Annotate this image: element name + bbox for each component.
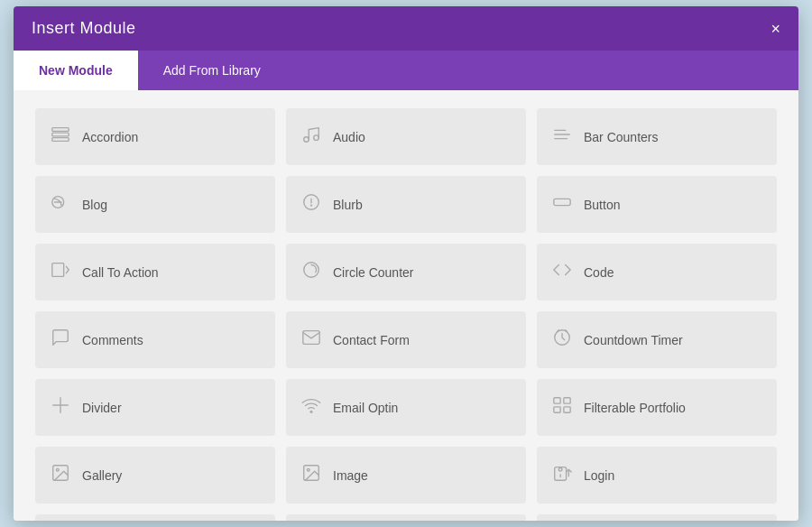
module-item-countdown-timer[interactable]: Countdown Timer [537,311,777,368]
module-item-blurb[interactable]: Blurb [286,176,526,233]
button-icon [551,192,573,217]
circle-counter-icon [300,260,322,284]
svg-rect-2 [52,138,69,142]
module-label-countdown-timer: Countdown Timer [584,333,683,347]
svg-point-4 [314,135,319,141]
svg-rect-13 [52,264,64,277]
module-label-email-optin: Email Optin [333,401,398,415]
module-label-contact-form: Contact Form [333,333,410,347]
module-label-bar-counters: Bar Counters [584,130,658,144]
filterable-portfolio-icon [551,395,573,420]
module-label-divider: Divider [82,401,122,415]
modal-close-button[interactable]: × [770,21,780,37]
module-item-bar-counters[interactable]: Bar Counters [537,108,777,165]
module-item-login[interactable]: Login [537,447,777,504]
module-label-gallery: Gallery [82,468,122,483]
module-label-blog: Blog [82,198,107,212]
svg-point-28 [558,468,562,472]
modal-title: Insert Module [32,19,136,38]
module-item-map[interactable]: Map [35,514,275,521]
call-to-action-icon [50,260,71,284]
module-item-audio[interactable]: Audio [286,108,526,165]
svg-point-3 [304,137,309,143]
module-label-audio: Audio [333,130,365,144]
svg-point-18 [310,411,312,412]
module-item-code[interactable]: Code [537,244,777,300]
module-label-filterable-portfolio: Filterable Portfolio [584,401,686,415]
module-label-accordion: Accordion [82,130,138,144]
svg-rect-0 [52,128,69,132]
svg-rect-27 [555,467,567,481]
svg-point-11 [311,205,312,206]
modal-header: Insert Module × [14,6,798,51]
module-item-image[interactable]: Image [286,447,526,504]
countdown-timer-icon [551,328,573,352]
module-item-circle-counter[interactable]: Circle Counter [286,244,526,300]
module-item-call-to-action[interactable]: Call To Action [35,244,275,300]
svg-rect-21 [554,407,560,412]
tab-add-from-library[interactable]: Add From Library [138,51,286,90]
modal-body: AccordionAudioBar CountersBlogBlurbButto… [14,90,798,521]
audio-icon [300,125,322,149]
module-label-comments: Comments [82,333,143,347]
module-item-blog[interactable]: Blog [35,176,275,233]
module-item-filterable-portfolio[interactable]: Filterable Portfolio [537,379,777,436]
comments-icon [50,328,71,352]
module-item-gallery[interactable]: Gallery [35,447,275,504]
module-item-accordion[interactable]: Accordion [35,108,275,165]
accordion-icon [50,125,71,149]
code-icon [551,260,573,284]
svg-point-24 [56,468,59,471]
module-item-number-counter[interactable]: #Number Counter [286,514,526,521]
module-label-call-to-action: Call To Action [82,265,159,280]
contact-form-icon [300,328,322,352]
module-item-divider[interactable]: Divider [35,379,275,436]
modules-grid: AccordionAudioBar CountersBlogBlurbButto… [35,108,777,521]
modal-tabs: New Module Add From Library [14,51,798,90]
module-item-comments[interactable]: Comments [35,311,275,368]
blurb-icon [300,192,322,217]
tab-new-module[interactable]: New Module [14,51,138,90]
svg-rect-20 [564,398,570,403]
module-item-button[interactable]: Button [537,176,777,233]
module-label-login: Login [584,468,614,483]
svg-rect-1 [52,133,69,136]
email-optin-icon [300,395,322,420]
module-item-email-optin[interactable]: Email Optin [286,379,526,436]
bar-counters-icon [551,125,573,149]
svg-rect-22 [564,407,570,412]
blog-icon [50,192,71,217]
module-label-blurb: Blurb [333,198,363,212]
module-item-contact-form[interactable]: Contact Form [286,311,526,368]
divider-icon [50,395,71,420]
module-label-button: Button [584,198,620,212]
gallery-icon [50,463,71,487]
svg-point-26 [307,468,309,471]
login-icon [551,463,573,487]
module-item-person[interactable]: Person [537,514,777,521]
svg-rect-19 [554,398,560,403]
module-label-image: Image [333,468,368,483]
image-icon [300,463,322,487]
module-label-code: Code [584,265,614,280]
module-label-circle-counter: Circle Counter [333,265,413,280]
svg-rect-12 [554,199,570,205]
insert-module-modal: Insert Module × New Module Add From Libr… [14,6,798,521]
